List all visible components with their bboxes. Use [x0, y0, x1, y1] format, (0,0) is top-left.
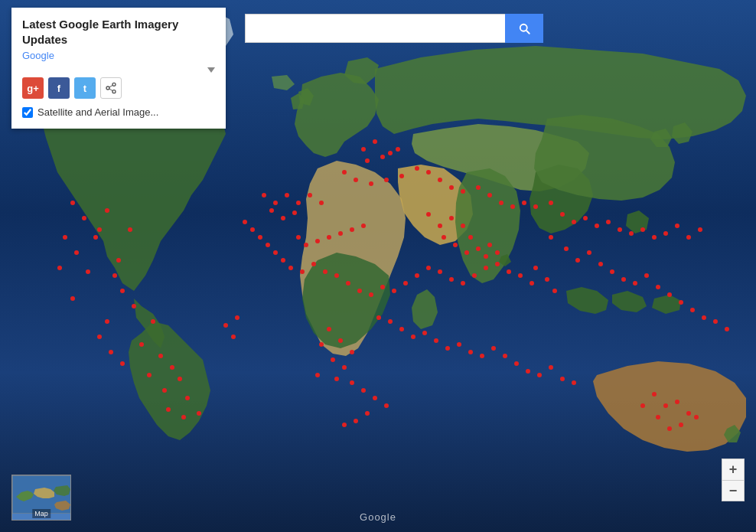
location-dot[interactable] [403, 281, 408, 286]
location-dot[interactable] [338, 338, 343, 343]
search-bar[interactable] [245, 14, 543, 43]
location-dot[interactable] [449, 185, 454, 190]
location-dot[interactable] [487, 193, 492, 197]
location-dot[interactable] [491, 346, 496, 351]
location-dot[interactable] [476, 246, 481, 251]
location-dot[interactable] [323, 269, 327, 274]
location-dot[interactable] [694, 415, 699, 419]
zoom-out-button[interactable]: − [722, 480, 745, 501]
location-dot[interactable] [438, 178, 442, 182]
location-dot[interactable] [449, 277, 454, 282]
location-dot[interactable] [231, 335, 236, 339]
location-dot[interactable] [663, 403, 668, 408]
location-dot[interactable] [445, 346, 450, 351]
location-dot[interactable] [369, 181, 373, 186]
location-dot[interactable] [380, 285, 385, 289]
location-dot[interactable] [652, 235, 657, 240]
location-dot[interactable] [158, 354, 163, 358]
location-dot[interactable] [495, 262, 500, 266]
google-plus-button[interactable]: g+ [22, 77, 44, 99]
location-dot[interactable] [74, 250, 79, 255]
location-dot[interactable] [235, 315, 240, 320]
location-dot[interactable] [327, 235, 331, 240]
location-dot[interactable] [484, 254, 488, 259]
location-dot[interactable] [464, 250, 469, 255]
location-dot[interactable] [296, 201, 301, 205]
search-button[interactable] [505, 14, 543, 43]
location-dot[interactable] [549, 201, 553, 205]
location-dot[interactable] [388, 151, 393, 155]
zoom-in-button[interactable]: + [722, 459, 745, 480]
location-dot[interactable] [583, 216, 588, 220]
location-dot[interactable] [354, 178, 358, 182]
location-dot[interactable] [572, 380, 576, 385]
location-dot[interactable] [70, 201, 75, 205]
twitter-button[interactable]: t [74, 77, 96, 99]
location-dot[interactable] [461, 189, 465, 194]
location-dot[interactable] [503, 354, 507, 358]
location-dot[interactable] [507, 269, 511, 274]
location-dot[interactable] [595, 224, 599, 228]
location-dot[interactable] [702, 315, 706, 320]
search-input[interactable] [245, 14, 505, 43]
location-dot[interactable] [438, 269, 442, 274]
location-dot[interactable] [438, 224, 442, 228]
location-dot[interactable] [476, 185, 481, 190]
location-dot[interactable] [342, 365, 347, 370]
location-dot[interactable] [334, 273, 339, 278]
location-dot[interactable] [311, 262, 316, 266]
location-dot[interactable] [663, 231, 668, 236]
location-dot[interactable] [97, 335, 102, 339]
location-dot[interactable] [373, 396, 377, 400]
location-dot[interactable] [170, 365, 174, 370]
location-dot[interactable] [132, 304, 136, 308]
location-dot[interactable] [480, 354, 484, 358]
location-dot[interactable] [331, 357, 335, 362]
location-dot[interactable] [296, 235, 301, 240]
location-dot[interactable] [572, 220, 576, 224]
location-dot[interactable] [304, 243, 308, 247]
location-dot[interactable] [518, 273, 523, 278]
location-dot[interactable] [549, 365, 553, 370]
location-dot[interactable] [549, 235, 553, 240]
location-dot[interactable] [396, 147, 400, 152]
location-dot[interactable] [365, 411, 370, 416]
location-dot[interactable] [426, 212, 431, 217]
location-dot[interactable] [315, 239, 320, 243]
location-dot[interactable] [679, 423, 683, 427]
location-dot[interactable] [262, 193, 266, 197]
location-dot[interactable] [679, 300, 683, 305]
location-dot[interactable] [361, 388, 366, 393]
location-dot[interactable] [618, 227, 622, 232]
location-dot[interactable] [686, 411, 691, 416]
location-dot[interactable] [388, 319, 393, 324]
panel-source[interactable]: Google [22, 50, 215, 61]
location-dot[interactable] [667, 426, 672, 431]
location-dot[interactable] [426, 266, 431, 270]
location-dot[interactable] [552, 289, 557, 293]
location-dot[interactable] [338, 231, 343, 236]
location-dot[interactable] [319, 342, 324, 347]
location-dot[interactable] [533, 204, 538, 209]
location-dot[interactable] [560, 377, 565, 381]
location-dot[interactable] [97, 227, 102, 232]
location-dot[interactable] [449, 216, 454, 220]
location-dot[interactable] [415, 166, 419, 171]
location-dot[interactable] [120, 289, 125, 293]
location-dot[interactable] [461, 224, 465, 228]
location-dot[interactable] [185, 396, 190, 400]
location-dot[interactable] [327, 327, 331, 331]
location-dot[interactable] [499, 201, 503, 205]
location-dot[interactable] [369, 292, 373, 297]
location-dot[interactable] [514, 361, 519, 366]
location-dot[interactable] [606, 220, 611, 224]
location-dot[interactable] [560, 212, 565, 217]
location-dot[interactable] [667, 292, 672, 297]
location-dot[interactable] [530, 281, 534, 286]
location-dot[interactable] [243, 220, 247, 224]
location-dot[interactable] [725, 327, 729, 331]
location-dot[interactable] [380, 155, 385, 159]
location-dot[interactable] [105, 319, 109, 324]
location-dot[interactable] [308, 193, 312, 197]
location-dot[interactable] [70, 296, 75, 301]
